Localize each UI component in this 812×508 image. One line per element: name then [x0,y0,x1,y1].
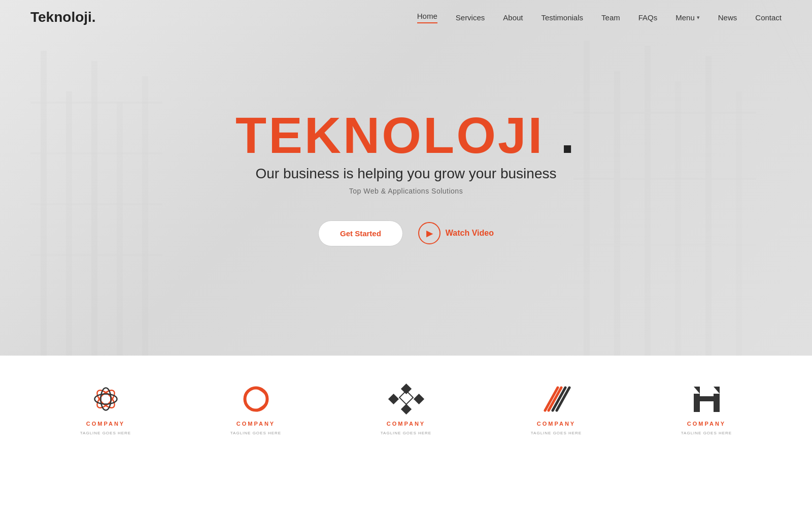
hero-content: TEKNOLOJI . Our business is helping you … [235,110,577,246]
partner-3: COMPANY TAGLINE GOES HERE [381,381,431,435]
svg-rect-15 [573,112,756,114]
svg-point-24 [100,388,111,410]
partner-5-name: COMPANY [687,421,726,427]
svg-rect-14 [736,91,742,356]
svg-point-23 [94,394,117,404]
watch-video-button[interactable]: ▶ Watch Video [418,222,494,244]
partner-3-name: COMPANY [387,421,425,427]
partner-2-name: COMPANY [236,421,275,427]
svg-rect-17 [573,244,756,246]
partner-2: COMPANY TAGLINE GOES HERE [230,381,281,435]
svg-rect-2 [91,61,97,356]
svg-rect-12 [675,81,681,356]
partner-5: COMPANY TAGLINE GOES HERE [681,381,732,435]
nav-team[interactable]: Team [601,13,620,22]
svg-rect-9 [584,41,590,356]
partner-1: COMPANY TAGLINE GOES HERE [80,381,131,435]
svg-rect-28 [388,393,398,404]
partner-1-name: COMPANY [86,421,125,427]
hero-subtitle: Our business is helping you grow your bu… [235,166,577,182]
hero-title-dot: . [560,107,577,164]
partner-1-icon [85,381,126,417]
partner-2-icon [235,381,276,417]
hero-title: TEKNOLOJI . [235,110,577,161]
watch-video-label: Watch Video [446,229,494,238]
hero-bg-left [0,0,203,356]
nav-menu[interactable]: Menu ▾ [675,13,700,22]
partner-2-tagline: TAGLINE GOES HERE [230,431,281,435]
svg-rect-7 [30,203,162,205]
svg-rect-29 [413,393,424,404]
svg-rect-6 [30,152,162,154]
svg-rect-8 [30,254,162,256]
partners-section: COMPANY TAGLINE GOES HERE COMPANY TAGLIN… [0,356,812,461]
partner-5-tagline: TAGLINE GOES HERE [681,431,732,435]
svg-rect-16 [573,178,756,180]
partner-3-icon [386,381,426,417]
nav-services[interactable]: Services [456,13,485,22]
svg-rect-5 [30,102,162,104]
svg-rect-11 [645,46,651,356]
partner-5-icon [686,381,727,417]
brand-name: Teknoloji [30,9,92,25]
play-icon: ▶ [418,222,441,244]
chevron-down-icon: ▾ [697,14,700,21]
svg-point-25 [245,388,267,410]
hero-section: TEKNOLOJI . Our business is helping you … [0,0,812,356]
svg-rect-37 [694,396,720,401]
brand-dot: . [92,9,96,25]
svg-rect-26 [400,383,411,394]
partner-3-tagline: TAGLINE GOES HERE [381,431,431,435]
get-started-button[interactable]: Get Started [318,220,403,246]
main-nav: Home Services About Testimonials Team FA… [417,12,782,23]
svg-rect-13 [705,56,712,356]
brand-logo[interactable]: Teknoloji. [30,9,96,25]
hero-buttons: Get Started ▶ Watch Video [235,220,577,246]
svg-rect-1 [66,91,72,356]
nav-home[interactable]: Home [417,12,437,23]
nav-contact[interactable]: Contact [755,13,782,22]
nav-testimonials[interactable]: Testimonials [542,13,584,22]
partner-1-tagline: TAGLINE GOES HERE [80,431,131,435]
nav-faqs[interactable]: FAQs [638,13,658,22]
svg-rect-3 [117,102,123,356]
hero-bg-right [558,0,812,356]
partner-4-name: COMPANY [537,421,576,427]
header: Teknoloji. Home Services About Testimoni… [0,0,812,35]
svg-rect-27 [400,403,411,414]
svg-rect-4 [142,76,148,356]
nav-news[interactable]: News [718,13,737,22]
partner-4: COMPANY TAGLINE GOES HERE [531,381,582,435]
hero-title-text: TEKNOLOJI [235,107,544,164]
partner-4-icon [536,381,577,417]
partner-4-tagline: TAGLINE GOES HERE [531,431,582,435]
nav-about[interactable]: About [503,13,523,22]
hero-tagline: Top Web & Applications Solutions [235,187,577,195]
